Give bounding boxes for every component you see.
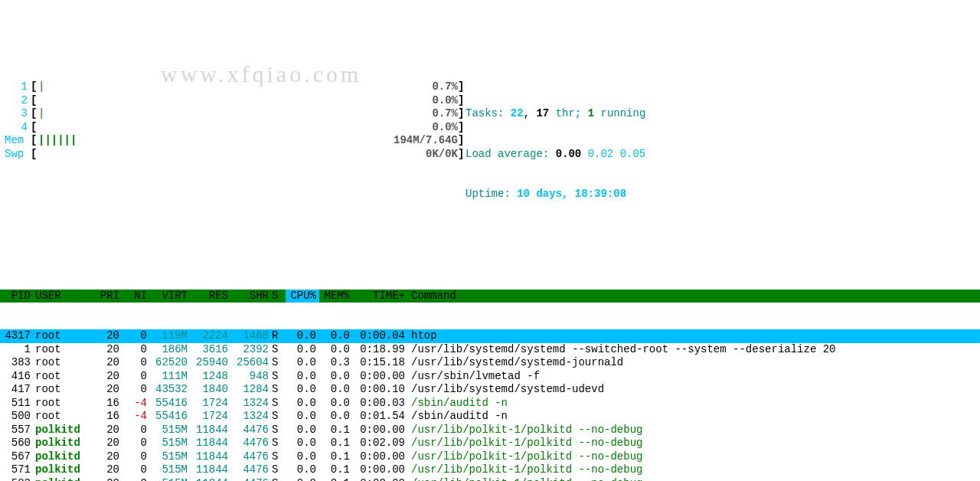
col-pri[interactable]: PRI	[95, 290, 122, 303]
cpu-meter: 4[0.0%]	[0, 121, 466, 135]
table-row[interactable]: 417root2004353218401284S0.00.00:00.10/us…	[0, 383, 980, 397]
table-row[interactable]: 560polkitd200515M118444476S0.00.10:02.09…	[0, 437, 980, 450]
cpu-meter: 2[0.0%]	[0, 94, 466, 108]
process-table-header[interactable]: PID USER PRI NI VIRT RES SHR S CPU% MEM%…	[0, 290, 980, 303]
col-time[interactable]: TIME+	[353, 290, 408, 303]
col-pid[interactable]: PID	[0, 290, 34, 303]
tasks-threads: 17	[536, 107, 549, 119]
table-row[interactable]: 567polkitd200515M118444476S0.00.10:00.00…	[0, 450, 980, 464]
col-mem[interactable]: MEM%	[319, 290, 353, 303]
col-cmd[interactable]: Command	[408, 290, 980, 303]
tasks-total: 22	[511, 107, 524, 119]
cpu-meter: 3[|0.7%]	[0, 107, 466, 121]
col-res[interactable]: RES	[191, 290, 231, 303]
table-row[interactable]: 583polkitd200515M118444476S0.00.10:00.00…	[0, 477, 980, 482]
table-row[interactable]: 557polkitd200515M118444476S0.00.10:00.00…	[0, 424, 980, 437]
load-label: Load average:	[466, 148, 556, 160]
cpu-meter: 1[|0.7%]	[0, 80, 466, 94]
col-virt[interactable]: VIRT	[150, 290, 191, 303]
col-shr[interactable]: SHR	[231, 290, 272, 303]
col-s[interactable]: S	[272, 290, 286, 303]
tasks-label: Tasks:	[466, 107, 511, 119]
swp-meter: Swp[0K/0K]	[0, 148, 466, 162]
load-15: 0.05	[620, 148, 646, 160]
mem-meter: Mem[||||||194M/7.64G]	[0, 134, 466, 148]
load-1: 0.00	[556, 148, 582, 160]
header-meters: 1[|0.7%]2[0.0%]3[|0.7%]4[0.0%]Mem[||||||…	[0, 80, 980, 228]
table-row[interactable]: 416root200111M1248948S0.00.00:00.00/usr/…	[0, 370, 980, 384]
load-5: 0.02	[588, 148, 614, 160]
system-info: Tasks: 22, 17 thr; 1 running Load averag…	[466, 80, 980, 228]
col-cpu[interactable]: CPU%	[286, 290, 319, 303]
table-row[interactable]: 500root16-45541617241324S0.00.00:01.54/s…	[0, 410, 980, 424]
table-row[interactable]: 1root200186M36162392S0.00.00:18.99/usr/l…	[0, 343, 980, 357]
col-user[interactable]: USER	[34, 290, 95, 303]
table-row[interactable]: 571polkitd200515M118444476S0.00.10:00.00…	[0, 463, 980, 477]
process-table-body[interactable]: 4317root200119M22241468R0.00.00:00.04hto…	[0, 329, 980, 481]
col-ni[interactable]: NI	[122, 290, 150, 303]
uptime-value: 10 days, 18:39:08	[517, 188, 626, 200]
table-row[interactable]: 383root200625202594025604S0.00.30:15.18/…	[0, 356, 980, 370]
table-row[interactable]: 511root16-45541617241324S0.00.00:00.03/s…	[0, 397, 980, 411]
table-row[interactable]: 4317root200119M22241468R0.00.00:00.04hto…	[0, 329, 980, 343]
uptime-label: Uptime:	[466, 188, 517, 200]
tasks-running: 1	[588, 107, 594, 119]
